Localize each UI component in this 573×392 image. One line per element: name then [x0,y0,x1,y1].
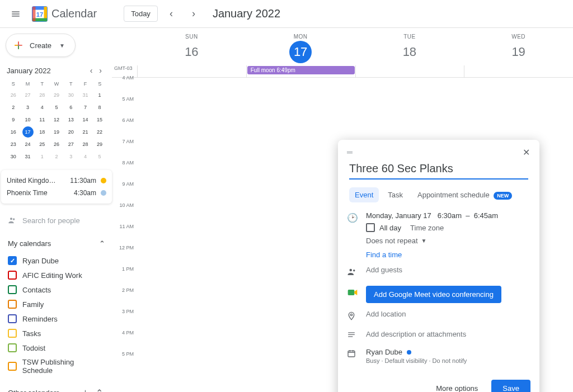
mini-day-cell[interactable]: 5 [94,151,105,162]
mini-day-cell[interactable]: 13 [65,114,77,125]
mini-day-cell[interactable]: 31 [22,151,34,162]
mini-day-cell[interactable]: 22 [94,126,105,138]
mini-day-cell[interactable]: 27 [22,89,34,101]
save-button[interactable]: Save [491,380,530,392]
mini-day-cell[interactable]: 20 [65,126,77,138]
mini-day-cell[interactable]: 5 [51,102,62,113]
event-title-input[interactable] [349,160,528,180]
tab-task[interactable]: Task [382,187,408,202]
more-options-button[interactable]: More options [429,380,485,392]
chevron-up-icon[interactable]: ⌃ [93,388,105,392]
repeat-dropdown[interactable]: Does not repeat ▼ [366,237,528,245]
find-time-link[interactable]: Find a time [366,251,402,259]
search-people-input[interactable]: Search for people [6,211,107,229]
add-location-input[interactable]: Add location [366,310,528,318]
mini-day-cell[interactable]: 30 [65,89,77,101]
time-label: 2 PM [122,287,134,293]
event-date[interactable]: Monday, January 17 [366,211,431,220]
mini-day-cell[interactable]: 9 [8,114,19,125]
add-calendar-icon[interactable]: + [81,388,90,392]
main-menu-icon[interactable] [4,3,27,25]
day-header-cell[interactable]: SUN16 [137,28,246,65]
mini-day-cell[interactable]: 16 [8,126,19,138]
mini-day-cell[interactable]: 28 [79,139,91,150]
world-clock-row[interactable]: United Kingdo… 11:30am [7,174,106,187]
checkbox-icon [8,256,17,265]
mini-day-cell[interactable]: 23 [8,139,19,150]
mini-day-cell[interactable]: 17 [22,126,34,138]
svg-rect-12 [348,332,355,333]
event-start-time[interactable]: 6:30am [438,211,462,220]
mini-day-cell[interactable]: 2 [51,151,62,162]
day-header-cell[interactable]: MON17 [246,28,355,65]
allday-event[interactable]: Full moon 6:49pm [247,66,355,74]
mini-day-cell[interactable]: 15 [94,114,105,125]
mini-day-cell[interactable]: 31 [79,89,91,101]
calendar-list-item[interactable]: Ryan Dube [6,253,107,268]
mini-day-cell[interactable]: 21 [79,126,91,138]
chevron-up-icon: ⌃ [99,239,105,248]
today-button[interactable]: Today [124,6,158,22]
all-day-checkbox[interactable]: All day [366,223,401,232]
drag-handle-icon[interactable]: ═ [347,148,351,157]
mini-day-cell[interactable]: 27 [65,139,77,150]
mini-day-cell[interactable]: 25 [36,139,48,150]
time-label: 4 PM [122,330,134,336]
mini-day-cell[interactable]: 18 [36,126,48,138]
mini-day-cell[interactable]: 6 [65,102,77,113]
prev-period-button[interactable]: ‹ [162,5,180,23]
event-end-time[interactable]: 6:45am [474,211,498,220]
day-header-cell[interactable]: WED19 [464,28,573,65]
mini-day-cell[interactable]: 11 [36,114,48,125]
event-owner[interactable]: Ryan Dube Busy · Default visibility · Do… [366,348,528,364]
day-header-cell[interactable]: TUE18 [355,28,464,65]
add-description-input[interactable]: Add description or attachments [366,330,528,338]
mini-day-cell[interactable]: 10 [22,114,34,125]
next-period-button[interactable]: › [185,5,203,23]
tab-appointment[interactable]: Appointment schedule NEW [412,187,518,202]
mini-next-month[interactable]: › [97,65,104,76]
other-calendars-toggle[interactable]: Other calendars + ⌃ [6,384,107,392]
add-meet-button[interactable]: Add Google Meet video conferencing [366,286,501,303]
time-label: 4 AM [122,75,134,81]
app-logo[interactable]: 17 Calendar [31,6,97,22]
mini-day-cell[interactable]: 3 [22,102,34,113]
mini-day-cell[interactable]: 12 [51,114,62,125]
mini-dow-header: S [7,79,20,88]
calendar-list-item[interactable]: AFIC Editing Work [6,268,107,282]
calendar-list-item[interactable]: TSW Publishing Schedule [6,355,107,377]
calendar-list-item[interactable]: Todoist [6,341,107,355]
mini-day-cell[interactable]: 26 [8,89,19,101]
tab-event[interactable]: Event [349,187,379,202]
mini-day-cell[interactable]: 26 [51,139,62,150]
mini-day-cell[interactable]: 30 [8,151,19,162]
world-clock-row[interactable]: Phoenix Time 4:30am [7,187,106,199]
calendar-list-item[interactable]: Reminders [6,311,107,326]
mini-day-cell[interactable]: 29 [51,89,62,101]
my-calendars-toggle[interactable]: My calendars ⌃ [6,236,107,251]
mini-day-cell[interactable]: 19 [51,126,62,138]
people-icon [8,216,17,225]
create-button[interactable]: Create ▼ [6,34,76,57]
close-button[interactable]: ✕ [518,144,534,160]
mini-day-cell[interactable]: 4 [79,151,91,162]
mini-day-cell[interactable]: 2 [8,102,19,113]
mini-day-cell[interactable]: 29 [94,139,105,150]
time-zone-link[interactable]: Time zone [410,224,444,232]
mini-day-cell[interactable]: 1 [94,89,105,101]
mini-day-cell[interactable]: 4 [36,102,48,113]
mini-day-cell[interactable]: 28 [36,89,48,101]
mini-day-cell[interactable]: 14 [79,114,91,125]
add-guests-input[interactable]: Add guests [366,266,528,274]
mini-day-cell[interactable]: 8 [94,102,105,113]
moon-icon [101,190,106,196]
calendar-list-item[interactable]: Family [6,297,107,311]
svg-rect-13 [348,334,355,335]
mini-day-cell[interactable]: 1 [36,151,48,162]
calendar-list-item[interactable]: Contacts [6,282,107,297]
mini-day-cell[interactable]: 3 [65,151,77,162]
mini-day-cell[interactable]: 7 [79,102,91,113]
mini-prev-month[interactable]: ‹ [88,65,95,76]
calendar-list-item[interactable]: Tasks [6,326,107,341]
mini-day-cell[interactable]: 24 [22,139,34,150]
